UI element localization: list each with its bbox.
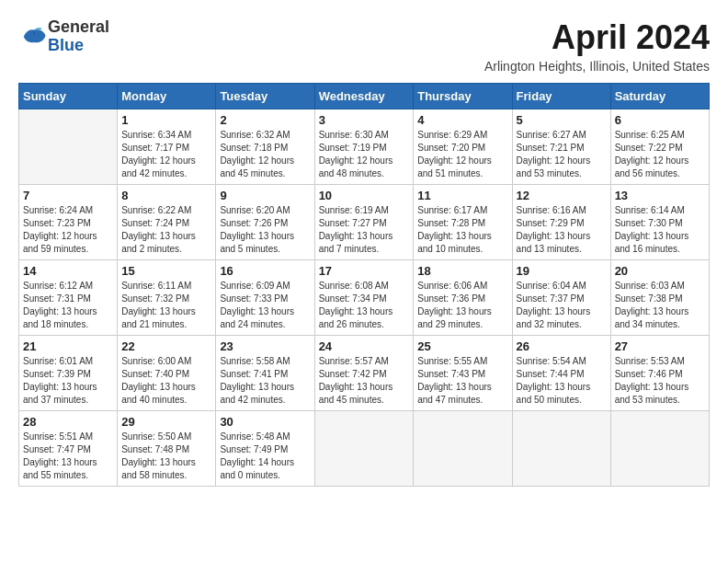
- day-info: Sunrise: 6:30 AM Sunset: 7:19 PM Dayligh…: [319, 129, 410, 180]
- day-number: 1: [121, 113, 211, 127]
- day-number: 24: [319, 339, 410, 353]
- calendar-day-cell: 19Sunrise: 6:04 AM Sunset: 7:37 PM Dayli…: [512, 260, 610, 336]
- day-number: 17: [319, 264, 410, 278]
- calendar-day-cell: 23Sunrise: 5:58 AM Sunset: 7:41 PM Dayli…: [216, 336, 314, 411]
- day-info: Sunrise: 6:06 AM Sunset: 7:36 PM Dayligh…: [417, 280, 507, 331]
- day-info: Sunrise: 6:04 AM Sunset: 7:37 PM Dayligh…: [517, 280, 607, 331]
- calendar-week-1: 1Sunrise: 6:34 AM Sunset: 7:17 PM Daylig…: [19, 109, 710, 185]
- weekday-header-saturday: Saturday: [610, 84, 709, 109]
- calendar-day-cell: 22Sunrise: 6:00 AM Sunset: 7:40 PM Dayli…: [118, 336, 216, 411]
- logo: General Blue: [18, 18, 109, 55]
- day-number: 29: [121, 415, 211, 429]
- day-number: 15: [121, 264, 211, 278]
- day-number: 25: [417, 339, 507, 353]
- calendar-day-cell: 17Sunrise: 6:08 AM Sunset: 7:34 PM Dayli…: [314, 260, 414, 336]
- calendar-day-cell: 11Sunrise: 6:17 AM Sunset: 7:28 PM Dayli…: [414, 185, 512, 260]
- calendar-day-cell: [414, 411, 512, 487]
- day-number: 12: [517, 189, 607, 202]
- day-info: Sunrise: 6:24 AM Sunset: 7:23 PM Dayligh…: [23, 204, 113, 256]
- calendar-day-cell: 13Sunrise: 6:14 AM Sunset: 7:30 PM Dayli…: [610, 185, 709, 260]
- calendar-week-2: 7Sunrise: 6:24 AM Sunset: 7:23 PM Daylig…: [19, 185, 710, 260]
- calendar-week-4: 21Sunrise: 6:01 AM Sunset: 7:39 PM Dayli…: [19, 336, 710, 411]
- day-info: Sunrise: 6:29 AM Sunset: 7:20 PM Dayligh…: [417, 129, 507, 180]
- day-number: 4: [417, 113, 507, 127]
- day-info: Sunrise: 6:27 AM Sunset: 7:21 PM Dayligh…: [517, 129, 607, 180]
- day-info: Sunrise: 6:11 AM Sunset: 7:32 PM Dayligh…: [121, 280, 211, 331]
- day-number: 2: [220, 113, 310, 127]
- calendar-day-cell: 7Sunrise: 6:24 AM Sunset: 7:23 PM Daylig…: [19, 185, 118, 260]
- calendar-day-cell: [610, 411, 709, 487]
- day-info: Sunrise: 6:25 AM Sunset: 7:22 PM Dayligh…: [615, 129, 705, 180]
- day-number: 10: [319, 189, 410, 202]
- day-info: Sunrise: 5:53 AM Sunset: 7:46 PM Dayligh…: [615, 355, 705, 407]
- day-number: 27: [615, 339, 705, 353]
- day-info: Sunrise: 6:32 AM Sunset: 7:18 PM Dayligh…: [220, 129, 310, 180]
- day-info: Sunrise: 6:08 AM Sunset: 7:34 PM Dayligh…: [319, 280, 410, 331]
- day-number: 6: [615, 113, 705, 127]
- day-info: Sunrise: 6:09 AM Sunset: 7:33 PM Dayligh…: [220, 280, 310, 331]
- calendar-day-cell: 4Sunrise: 6:29 AM Sunset: 7:20 PM Daylig…: [414, 109, 512, 185]
- calendar-day-cell: 12Sunrise: 6:16 AM Sunset: 7:29 PM Dayli…: [512, 185, 610, 260]
- day-number: 5: [517, 113, 607, 127]
- day-info: Sunrise: 5:51 AM Sunset: 7:47 PM Dayligh…: [23, 431, 113, 482]
- calendar-week-5: 28Sunrise: 5:51 AM Sunset: 7:47 PM Dayli…: [19, 411, 710, 487]
- weekday-header-thursday: Thursday: [414, 84, 512, 109]
- logo-general: General: [48, 18, 109, 37]
- day-number: 11: [417, 189, 507, 202]
- day-info: Sunrise: 5:55 AM Sunset: 7:43 PM Dayligh…: [417, 355, 507, 407]
- day-number: 22: [121, 339, 211, 353]
- day-number: 19: [517, 264, 607, 278]
- calendar-table: SundayMondayTuesdayWednesdayThursdayFrid…: [18, 83, 710, 487]
- day-info: Sunrise: 6:12 AM Sunset: 7:31 PM Dayligh…: [23, 280, 113, 331]
- calendar-day-cell: 16Sunrise: 6:09 AM Sunset: 7:33 PM Dayli…: [216, 260, 314, 336]
- day-info: Sunrise: 6:22 AM Sunset: 7:24 PM Dayligh…: [121, 204, 211, 256]
- day-number: 16: [220, 264, 310, 278]
- calendar-day-cell: 24Sunrise: 5:57 AM Sunset: 7:42 PM Dayli…: [314, 336, 414, 411]
- calendar-day-cell: 1Sunrise: 6:34 AM Sunset: 7:17 PM Daylig…: [118, 109, 216, 185]
- calendar-day-cell: 18Sunrise: 6:06 AM Sunset: 7:36 PM Dayli…: [414, 260, 512, 336]
- calendar-day-cell: 26Sunrise: 5:54 AM Sunset: 7:44 PM Dayli…: [512, 336, 610, 411]
- weekday-header-tuesday: Tuesday: [216, 84, 314, 109]
- calendar-day-cell: 29Sunrise: 5:50 AM Sunset: 7:48 PM Dayli…: [118, 411, 216, 487]
- calendar-day-cell: 3Sunrise: 6:30 AM Sunset: 7:19 PM Daylig…: [314, 109, 414, 185]
- calendar-day-cell: [19, 109, 118, 185]
- day-number: 9: [220, 189, 310, 202]
- day-number: 21: [23, 339, 113, 353]
- day-number: 26: [517, 339, 607, 353]
- day-info: Sunrise: 6:16 AM Sunset: 7:29 PM Dayligh…: [517, 204, 607, 256]
- calendar-header-row: SundayMondayTuesdayWednesdayThursdayFrid…: [19, 84, 710, 109]
- calendar-day-cell: 20Sunrise: 6:03 AM Sunset: 7:38 PM Dayli…: [610, 260, 709, 336]
- day-info: Sunrise: 6:34 AM Sunset: 7:17 PM Dayligh…: [121, 129, 211, 180]
- weekday-header-wednesday: Wednesday: [314, 84, 414, 109]
- title-section: April 2024 Arlington Heights, Illinois, …: [484, 18, 710, 74]
- calendar-day-cell: 9Sunrise: 6:20 AM Sunset: 7:26 PM Daylig…: [216, 185, 314, 260]
- day-info: Sunrise: 6:20 AM Sunset: 7:26 PM Dayligh…: [220, 204, 310, 256]
- day-number: 13: [615, 189, 705, 202]
- weekday-header-friday: Friday: [512, 84, 610, 109]
- day-info: Sunrise: 5:50 AM Sunset: 7:48 PM Dayligh…: [121, 431, 211, 482]
- day-info: Sunrise: 6:00 AM Sunset: 7:40 PM Dayligh…: [121, 355, 211, 407]
- day-info: Sunrise: 5:54 AM Sunset: 7:44 PM Dayligh…: [517, 355, 607, 407]
- calendar-day-cell: 2Sunrise: 6:32 AM Sunset: 7:18 PM Daylig…: [216, 109, 314, 185]
- day-number: 20: [615, 264, 705, 278]
- calendar-week-3: 14Sunrise: 6:12 AM Sunset: 7:31 PM Dayli…: [19, 260, 710, 336]
- calendar-day-cell: 6Sunrise: 6:25 AM Sunset: 7:22 PM Daylig…: [610, 109, 709, 185]
- calendar-day-cell: 28Sunrise: 5:51 AM Sunset: 7:47 PM Dayli…: [19, 411, 118, 487]
- day-number: 18: [417, 264, 507, 278]
- page-header: General Blue April 2024 Arlington Height…: [18, 18, 710, 74]
- day-number: 23: [220, 339, 310, 353]
- calendar-day-cell: 15Sunrise: 6:11 AM Sunset: 7:32 PM Dayli…: [118, 260, 216, 336]
- day-info: Sunrise: 6:17 AM Sunset: 7:28 PM Dayligh…: [417, 204, 507, 256]
- calendar-day-cell: [512, 411, 610, 487]
- day-info: Sunrise: 5:57 AM Sunset: 7:42 PM Dayligh…: [319, 355, 410, 407]
- calendar-day-cell: [314, 411, 414, 487]
- calendar-day-cell: 14Sunrise: 6:12 AM Sunset: 7:31 PM Dayli…: [19, 260, 118, 336]
- day-info: Sunrise: 5:48 AM Sunset: 7:49 PM Dayligh…: [220, 431, 310, 482]
- day-info: Sunrise: 5:58 AM Sunset: 7:41 PM Dayligh…: [220, 355, 310, 407]
- weekday-header-monday: Monday: [118, 84, 216, 109]
- day-info: Sunrise: 6:01 AM Sunset: 7:39 PM Dayligh…: [23, 355, 113, 407]
- calendar-day-cell: 5Sunrise: 6:27 AM Sunset: 7:21 PM Daylig…: [512, 109, 610, 185]
- logo-blue: Blue: [48, 37, 109, 55]
- weekday-header-sunday: Sunday: [19, 84, 118, 109]
- calendar-day-cell: 30Sunrise: 5:48 AM Sunset: 7:49 PM Dayli…: [216, 411, 314, 487]
